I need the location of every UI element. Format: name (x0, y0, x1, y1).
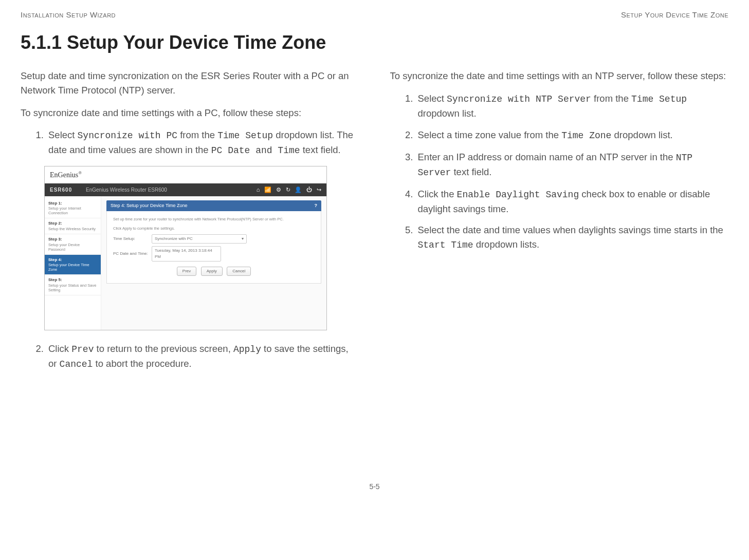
step-title: Step 2: (48, 221, 97, 226)
sidebar-step-2[interactable]: Step 2: Setup the Wireless Security (45, 218, 101, 234)
input-pc-date[interactable]: Tuesday, May 14, 2013 3:18:44 PM (152, 246, 221, 262)
right-step-5: Select the date and time values when day… (416, 223, 729, 252)
code: PC Date and Time (211, 145, 300, 156)
step-desc: Setup the Wireless Security (48, 227, 96, 231)
code: Enable Daylight Saving (457, 190, 579, 200)
left-steps-list-2: Click Prev to return to the previous scr… (21, 342, 359, 371)
right-column: To syncronize the date and time settings… (390, 69, 729, 380)
panel-desc-2: Click Apply to complete the settings. (113, 226, 315, 231)
left-intro-1: Setup date and time syncronization on th… (21, 69, 359, 98)
select-value: Synchronize with PC (155, 236, 193, 242)
button-row: Prev Apply Cancel (113, 267, 315, 276)
text: text field. (451, 166, 491, 177)
select-time-setup[interactable]: Synchronize with PC ▾ (152, 234, 247, 244)
sidebar-step-5[interactable]: Step 5: Setup your Status and Save Setti… (45, 275, 101, 295)
right-intro: To syncronize the date and time settings… (390, 69, 729, 83)
wifi-icon[interactable]: 📶 (264, 186, 271, 193)
label-time-setup: Time Setup: (113, 236, 152, 242)
step-desc: Setup your Device Password (48, 242, 80, 252)
power-icon[interactable]: ⏻ (306, 186, 312, 193)
header-right: Setup Your Device Time Zone (621, 10, 728, 19)
model-subtitle: EnGenius Wireless Router ESR600 (86, 187, 167, 193)
text: Select the date and time values when day… (418, 225, 723, 235)
code: Time Setup (217, 130, 273, 141)
step-title: Step 3: (48, 237, 97, 242)
shot-brand-bar: EnGenius® (45, 166, 326, 183)
text: dropdown list. (611, 129, 672, 140)
model-name: ESR600 (50, 187, 72, 193)
shot-icon-row: ⌂ 📶 ⚙ ↻ 👤 ⏻ ↪ (253, 185, 321, 194)
step-desc: Setup your Internet Connection (48, 206, 81, 215)
wizard-main: Step 4: Setup your Device Time Zone ? Se… (101, 196, 326, 330)
right-step-3: Enter an IP address or domain name of an… (416, 150, 729, 180)
step-title: Step 5: (48, 277, 97, 283)
text: Enter an IP address or domain name of an… (418, 152, 676, 162)
shot-bar-left: ESR600 EnGenius Wireless Router ESR600 (50, 186, 167, 194)
panel-header: Step 4: Setup your Device Time Zone ? (106, 200, 321, 212)
step-title: Step 1: (48, 201, 97, 206)
sidebar-step-3[interactable]: Step 3: Setup your Device Password (45, 234, 101, 255)
left-step-2: Click Prev to return to the previous scr… (46, 342, 359, 371)
wizard-sidebar: Step 1: Setup your Internet Connection S… (45, 196, 101, 330)
left-intro-2: To syncronize date and time settings wit… (21, 106, 359, 120)
home-icon[interactable]: ⌂ (257, 186, 260, 193)
code: Time Zone (561, 130, 611, 141)
text: to return to the previous screen, (94, 343, 233, 354)
chevron-down-icon: ▾ (242, 236, 244, 242)
page-header: Installation Setup Wizard Setup Your Dev… (21, 10, 728, 19)
panel-title: Step 4: Setup your Device Time Zone (111, 202, 188, 210)
text: to abort the procedure. (93, 358, 191, 369)
right-steps-list: Select Syncronize with NTP Server from t… (390, 91, 729, 252)
left-column: Setup date and time syncronization on th… (21, 69, 359, 380)
text: Select (418, 93, 447, 104)
shot-body: Step 1: Setup your Internet Connection S… (45, 196, 326, 330)
step-title: Step 4: (48, 257, 97, 263)
panel-body: Set up time zone for your router to sync… (106, 211, 321, 284)
prev-button[interactable]: Prev (177, 267, 196, 276)
brand-reg: ® (78, 171, 82, 176)
refresh-icon[interactable]: ↻ (286, 186, 290, 193)
text: Click the (418, 189, 457, 199)
sidebar-step-1[interactable]: Step 1: Setup your Internet Connection (45, 198, 101, 219)
right-step-1: Select Syncronize with NTP Server from t… (416, 91, 729, 121)
code: Apply (233, 344, 261, 354)
page-number: 5-5 (21, 482, 728, 491)
left-steps-list: Select Syncronize with PC from the Time … (21, 128, 359, 158)
label-pc-date: PC Date and Time: (113, 251, 152, 257)
help-icon[interactable]: ? (315, 202, 318, 210)
section-title: 5.1.1 Setup Your Device Time Zone (21, 32, 728, 53)
text: Select (48, 129, 78, 140)
step-desc: Setup your Status and Save Setting (48, 283, 96, 292)
text: from the (177, 129, 217, 140)
user-icon[interactable]: 👤 (295, 186, 302, 193)
code: Syncronize with PC (78, 130, 177, 141)
code: Syncronize with NTP Server (447, 94, 591, 104)
shot-model-bar: ESR600 EnGenius Wireless Router ESR600 ⌂… (45, 183, 326, 196)
cancel-button[interactable]: Cancel (227, 267, 251, 276)
step-desc: Setup your Device Time Zone (48, 263, 89, 272)
row-pc-date: PC Date and Time: Tuesday, May 14, 2013 … (113, 246, 315, 262)
text: dropdown list. (418, 108, 477, 119)
header-left: Installation Setup Wizard (21, 10, 116, 19)
logout-icon[interactable]: ↪ (317, 186, 321, 193)
panel-desc-1: Set up time zone for your router to sync… (113, 216, 315, 222)
right-step-4: Click the Enable Daylight Saving check b… (416, 187, 729, 216)
brand-name: EnGenius (50, 171, 78, 179)
text: text field. (300, 144, 341, 155)
content-columns: Setup date and time syncronization on th… (21, 69, 728, 380)
text: from the (591, 93, 631, 104)
code: Start Time (418, 240, 473, 250)
embedded-screenshot: EnGenius® ESR600 EnGenius Wireless Route… (44, 166, 327, 330)
text: dropdown lists. (473, 239, 540, 250)
right-step-2: Select a time zone value from the Time Z… (416, 128, 729, 143)
code: Prev (71, 344, 94, 354)
left-step-1: Select Syncronize with PC from the Time … (46, 128, 359, 158)
code: Time Setup (631, 94, 687, 104)
text: Select a time zone value from the (418, 129, 562, 140)
code: Cancel (60, 359, 93, 369)
text: Click (48, 343, 71, 354)
row-time-setup: Time Setup: Synchronize with PC ▾ (113, 234, 315, 244)
apply-button[interactable]: Apply (201, 267, 223, 276)
sidebar-step-4[interactable]: Step 4: Setup your Device Time Zone (45, 255, 101, 275)
gear-icon[interactable]: ⚙ (276, 186, 281, 193)
